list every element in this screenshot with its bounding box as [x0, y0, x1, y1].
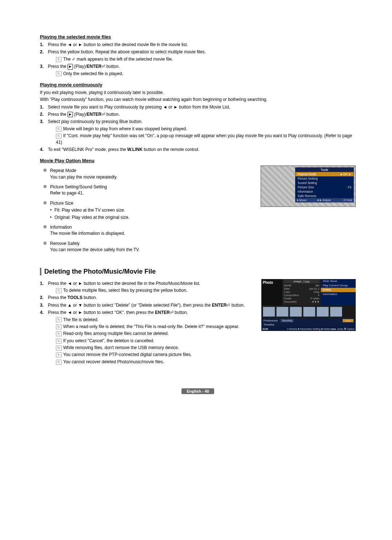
opt-repeat-d: You can play the movie repeatedly. — [50, 175, 117, 180]
s4-note1: When a read-only file is deleted, the "T… — [63, 324, 239, 329]
s2-sub3a: Movie will begin to play from where it w… — [63, 126, 187, 131]
note-icon: ✎ — [56, 288, 62, 293]
list-continuous: 1.Select movie file you want to Play con… — [40, 104, 356, 153]
note-icon: ✎ — [56, 71, 62, 76]
s4-step4: Press the ◄ or ► button to select "OK", … — [48, 310, 188, 315]
s2-intro2: With "Play continuously" function, you c… — [40, 97, 356, 103]
option-menu-list: Repeat Mode You can play the movie repea… — [40, 168, 255, 253]
opt-picset-h: Picture Setting/Sound Setting — [50, 184, 107, 189]
opt-picsize-orig: Original: Play video at the original siz… — [50, 214, 255, 221]
tools-menu-screenshot: Tools Repeat Mode◄ On ► Picture Setting … — [261, 165, 356, 207]
note-icon: ✎ — [56, 317, 62, 322]
menu-information: Information — [321, 292, 356, 296]
heading-playing-continuously: Playing movie continuously — [40, 82, 356, 87]
s2-intro1: If you exit playing movie, playing it co… — [40, 90, 356, 96]
s4-note2: Read-only files among multiple files can… — [63, 331, 169, 336]
heading-deleting: Deleting the Photo/Music/Movie File — [40, 268, 356, 275]
list-playing-selected: 1.Press the ◄ or ► button to select the … — [40, 42, 356, 77]
note-icon: ✎ — [56, 324, 62, 330]
photo-side-label: Photo — [261, 279, 282, 305]
note-icon: ✎ — [56, 127, 62, 132]
play-icon: ▶ — [68, 112, 73, 117]
s4-step1: Press the ◄ or ► button to select the de… — [48, 281, 200, 286]
s4-sub1: To delete multiple files, select files b… — [63, 288, 187, 293]
s2-sub3b: If "Cont. movie play help" function was … — [56, 133, 352, 144]
s2-step1: Select movie file you want to Play conti… — [48, 105, 230, 110]
note-icon: ✎ — [56, 331, 62, 336]
s4-note6: You cannot recover deleted Photo/music/m… — [63, 359, 164, 364]
tools-row-repeat: Repeat Mode — [298, 172, 316, 176]
note-icon: ✎ — [56, 345, 62, 351]
s2-step3: Select play continuously by pressing Blu… — [48, 119, 143, 124]
list-deleting: 1.Press the ◄ or ► button to select the … — [40, 281, 256, 365]
s4-note5: You cannot remove the PTP-connected digi… — [63, 352, 192, 357]
s1-sub3: Only the selected file is played. — [63, 71, 123, 76]
play-icon: ▶ — [68, 64, 73, 69]
opt-picsize-h: Picture Size — [50, 201, 73, 206]
tools-row-info: Information — [298, 190, 313, 193]
heading-playing-selected: Playing the selected movie files — [40, 34, 356, 40]
photo-context-menu: Slide Show Play Current Group Delete Inf… — [321, 279, 356, 305]
menu-delete: Delete — [321, 288, 356, 292]
note-icon: ✎ — [56, 339, 62, 344]
opt-picset-d: Refer to page 41. — [50, 191, 84, 196]
s1-step2: Press the yellow button. Repeat the abov… — [48, 49, 206, 54]
tools-row-soundset: Sound Setting — [298, 181, 317, 185]
note-icon: ✎ — [56, 134, 62, 139]
photo-browser-screenshot: Photo image_1.jpg MonthJan DateJan.01.2 … — [261, 279, 356, 331]
photo-thumbnails — [261, 305, 356, 318]
tools-row-safe: Safe Remove — [298, 194, 317, 198]
photo-tabs: Preference Monthly Nov — [261, 318, 356, 323]
menu-playgroup: Play Current Group — [321, 283, 356, 288]
opt-info-d: The movie file information is displayed. — [50, 231, 125, 236]
s1-step1: Press the ◄ or ► button to select the de… — [48, 42, 188, 47]
opt-info-h: Information — [50, 225, 72, 230]
menu-slideshow: Slide Show — [321, 279, 356, 283]
tools-foot-move: ♦ Move — [297, 199, 306, 202]
photo-foot-hints: ⎚ Device ■ Favourites Setting ■ Select ⏮… — [287, 328, 355, 330]
tools-row-picsize: Picture Size — [298, 185, 314, 189]
s1-sub2: The ✓ mark appears to the left of the se… — [63, 57, 173, 62]
opt-picsize-fit: Fit: Play video at the TV screen size. — [50, 207, 255, 213]
opt-remove-d: You can remove the device safely from th… — [50, 247, 140, 252]
s2-step4: To exit "WISELINK Pro" mode, press the W… — [48, 147, 199, 152]
note-icon: ✎ — [56, 360, 62, 365]
page-number: English - 40 — [181, 388, 214, 394]
heading-option-menu: Movie Play Option Menu — [40, 158, 356, 163]
s4-step3: Press the ▲ or ▼ button to select "Delet… — [48, 303, 245, 308]
page-footer: English - 40 — [40, 388, 356, 394]
note-icon: ✎ — [56, 57, 62, 62]
opt-repeat-h: Repeat Mode — [50, 168, 76, 173]
s1-step3: Press the ▶ (Play)/ENTER⏎ button. — [48, 64, 120, 69]
tools-foot-adjust: ◄► Adjust — [317, 199, 331, 202]
s4-note0: The file is deleted. — [63, 317, 98, 322]
tools-title: Tools — [295, 168, 354, 172]
photo-tabs2: Timeline — [261, 323, 356, 327]
note-icon: ✎ — [56, 352, 62, 357]
photo-filename: image_1.jpg — [284, 280, 319, 283]
s4-note4: While removing files, don't remove the U… — [63, 345, 179, 350]
s2-step2: Press the ▶ (Play)/ENTER⏎ button. — [48, 112, 120, 117]
photo-sum: SUM — [262, 328, 268, 330]
tools-foot-exit: →⏎ Exit — [341, 199, 352, 202]
tools-row-picset: Picture Setting — [298, 177, 318, 180]
s4-note3: If you select "Cancel", the deletion is … — [63, 338, 154, 343]
s4-step2: Press the TOOLS button. — [48, 295, 97, 300]
opt-remove-h: Remove Safely — [50, 241, 79, 246]
